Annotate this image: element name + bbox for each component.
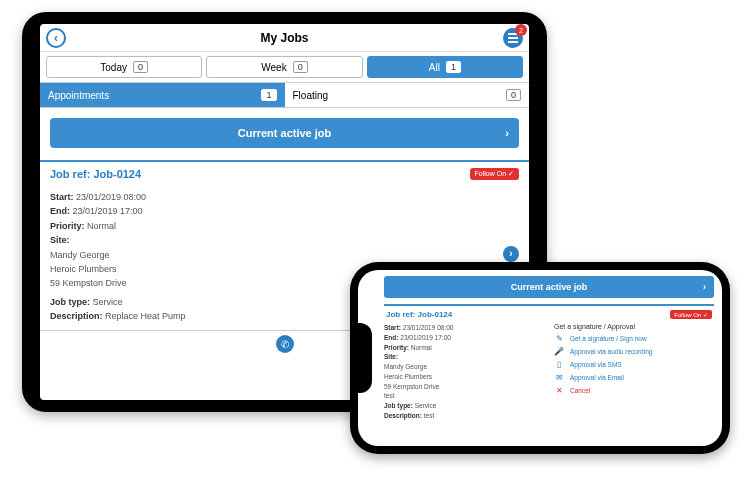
desc-label: Description: xyxy=(50,311,103,321)
button-label: Current active job xyxy=(238,127,332,139)
page-title: My Jobs xyxy=(260,31,308,45)
job-header: Job ref: Job-0124 Follow On ✓ xyxy=(40,162,529,186)
site-label: Site: xyxy=(384,353,398,360)
phone-screen: Current active job › Job ref: Job-0124 F… xyxy=(358,270,722,446)
priority-label: Priority: xyxy=(50,221,85,231)
site-company: Heroic Plumbers xyxy=(384,372,544,382)
priority-value: Normal xyxy=(87,221,116,231)
back-button[interactable]: ‹ xyxy=(46,28,66,48)
site-label: Site: xyxy=(50,235,70,245)
job-ref-value: Job-0124 xyxy=(418,310,453,319)
job-ref-value: Job-0124 xyxy=(93,168,141,180)
approval-option-audio[interactable]: 🎤Approval via audio recording xyxy=(554,347,714,356)
segment-today[interactable]: Today 0 xyxy=(46,56,202,78)
notification-badge: 2 xyxy=(515,24,527,36)
phone-icon: ▯ xyxy=(554,360,564,369)
job-open-icon[interactable]: › xyxy=(503,246,519,262)
segment-week[interactable]: Week 0 xyxy=(206,56,362,78)
option-label: Cancel xyxy=(570,387,590,394)
option-label: Get a signature / Sign now xyxy=(570,335,647,342)
segment-label: Week xyxy=(261,62,286,73)
end-value: 23/01/2019 17:00 xyxy=(400,334,451,341)
approval-option-sms[interactable]: ▯Approval via SMS xyxy=(554,360,714,369)
desc-value: Replace Heat Pump xyxy=(105,311,186,321)
phone-notch xyxy=(358,323,372,393)
site-extra: test xyxy=(384,391,544,401)
tab-count: 1 xyxy=(261,89,276,101)
approval-option-cancel[interactable]: ✕Cancel xyxy=(554,386,714,395)
option-label: Approval via Email xyxy=(570,374,624,381)
site-name: Mandy George xyxy=(50,248,519,262)
end-label: End: xyxy=(384,334,398,341)
end-label: End: xyxy=(50,206,70,216)
segment-count: 0 xyxy=(293,61,308,73)
jobtype-label: Job type: xyxy=(384,402,413,409)
jobtype-value: Service xyxy=(93,297,123,307)
segment-all[interactable]: All 1 xyxy=(367,56,523,78)
envelope-icon: ✉ xyxy=(554,373,564,382)
job-ref-label: Job ref: xyxy=(386,310,415,319)
jobtype-label: Job type: xyxy=(50,297,90,307)
tab-appointments[interactable]: Appointments 1 xyxy=(40,83,285,107)
priority-value: Normal xyxy=(411,344,432,351)
follow-on-badge[interactable]: Follow On ✓ xyxy=(670,310,712,319)
site-name: Mandy George xyxy=(384,362,544,372)
type-tabs: Appointments 1 Floating 0 xyxy=(40,82,529,108)
chevron-right-icon: › xyxy=(703,282,706,292)
phone-device: Current active job › Job ref: Job-0124 F… xyxy=(350,262,730,454)
end-value: 23/01/2019 17:00 xyxy=(73,206,143,216)
current-active-job-button[interactable]: Current active job › xyxy=(50,118,519,148)
jobtype-value: Service xyxy=(415,402,437,409)
option-label: Approval via SMS xyxy=(570,361,622,368)
priority-label: Priority: xyxy=(384,344,409,351)
start-value: 23/01/2019 08:00 xyxy=(403,324,454,331)
start-label: Start: xyxy=(50,192,74,202)
approval-panel: Get a signature / Approval ✎Get a signat… xyxy=(554,323,714,421)
button-label: Current active job xyxy=(511,282,588,292)
segment-label: Today xyxy=(100,62,127,73)
option-label: Approval via audio recording xyxy=(570,348,652,355)
pencil-icon: ✎ xyxy=(554,334,564,343)
desc-label: Description: xyxy=(384,412,422,419)
job-header: Job ref: Job-0124 Follow On ✓ xyxy=(384,306,714,323)
tab-label: Floating xyxy=(293,90,329,101)
follow-on-badge[interactable]: Follow On ✓ xyxy=(470,168,519,180)
close-icon: ✕ xyxy=(554,386,564,395)
tab-floating[interactable]: Floating 0 xyxy=(285,83,530,107)
chevron-right-icon: › xyxy=(505,127,509,139)
job-ref-label: Job ref: xyxy=(50,168,90,180)
current-active-job-button[interactable]: Current active job › xyxy=(384,276,714,298)
start-value: 23/01/2019 08:00 xyxy=(76,192,146,202)
phone-icon[interactable]: ✆ xyxy=(276,335,294,353)
segment-count: 1 xyxy=(446,61,461,73)
segment-label: All xyxy=(429,62,440,73)
start-label: Start: xyxy=(384,324,401,331)
tab-label: Appointments xyxy=(48,90,109,101)
approval-option-email[interactable]: ✉Approval via Email xyxy=(554,373,714,382)
tab-count: 0 xyxy=(506,89,521,101)
site-address: 59 Kempston Drive xyxy=(384,382,544,392)
job-ref: Job ref: Job-0124 xyxy=(386,310,452,319)
time-segments: Today 0 Week 0 All 1 xyxy=(40,52,529,82)
approval-title: Get a signature / Approval xyxy=(554,323,714,330)
microphone-icon: 🎤 xyxy=(554,347,564,356)
approval-option-signature[interactable]: ✎Get a signature / Sign now xyxy=(554,334,714,343)
segment-count: 0 xyxy=(133,61,148,73)
header: ‹ My Jobs 2 xyxy=(40,24,529,52)
job-ref: Job ref: Job-0124 xyxy=(50,168,141,180)
desc-value: test xyxy=(424,412,434,419)
job-details: Start: 23/01/2019 08:00 End: 23/01/2019 … xyxy=(384,323,544,421)
